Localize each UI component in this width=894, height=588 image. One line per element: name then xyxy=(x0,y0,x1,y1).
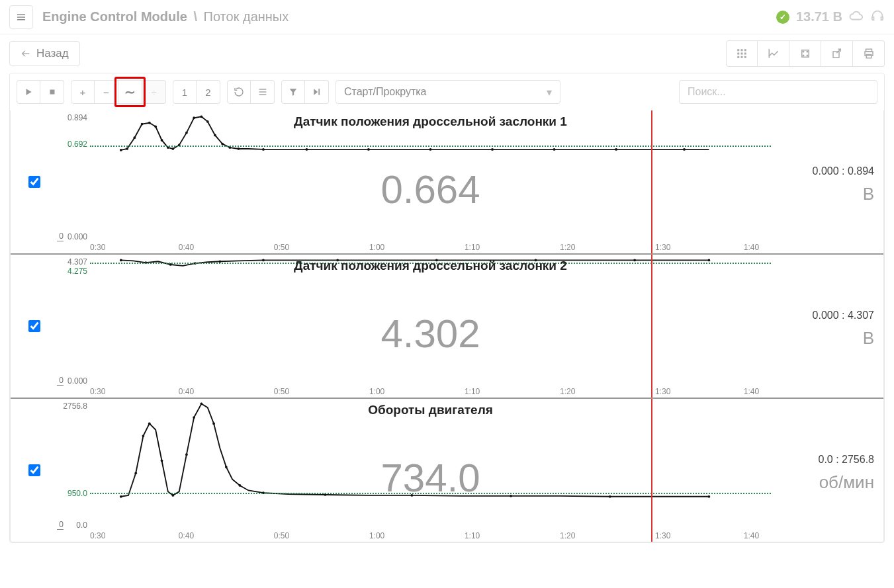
view-grid-button[interactable] xyxy=(726,40,758,67)
x-tick: 0:50 xyxy=(274,243,289,252)
svg-rect-11 xyxy=(741,56,743,58)
view-frame-button[interactable] xyxy=(789,40,821,67)
svg-point-40 xyxy=(185,132,188,134)
page-2-button[interactable]: 2 xyxy=(197,80,220,104)
svg-point-51 xyxy=(429,148,432,151)
svg-point-72 xyxy=(171,494,174,497)
page-1-button[interactable]: 1 xyxy=(173,80,197,104)
print-button[interactable] xyxy=(853,40,885,67)
chart-big-value: 734.0 xyxy=(380,454,480,500)
svg-point-70 xyxy=(148,423,151,425)
svg-rect-29 xyxy=(318,89,320,95)
svg-point-68 xyxy=(134,472,137,474)
breadcrumb-sep: \ xyxy=(193,9,197,24)
plot[interactable]: Датчик положения дроссельной заслонки 1 … xyxy=(90,110,771,253)
x-tick: 1:20 xyxy=(560,387,575,396)
chart-range: 0.000 : 4.307 xyxy=(813,310,874,321)
x-tick: 1:40 xyxy=(744,243,759,252)
y-zero-tick: 0 xyxy=(57,231,64,241)
chart-checkbox-cell xyxy=(11,255,57,398)
svg-rect-6 xyxy=(744,49,746,51)
svg-point-31 xyxy=(126,147,128,150)
chart-unit: В xyxy=(863,184,874,204)
chart-checkbox[interactable] xyxy=(28,320,40,332)
breadcrumb-main[interactable]: Engine Control Module xyxy=(42,9,187,24)
topbar-right: 13.71 В xyxy=(776,9,885,26)
chart-big-value: 0.664 xyxy=(380,166,480,212)
x-tick: 1:20 xyxy=(560,243,575,252)
x-tick: 1:10 xyxy=(465,243,480,252)
view-chart-button[interactable] xyxy=(758,40,789,67)
back-button[interactable]: Назад xyxy=(9,41,80,66)
chart-checkbox-cell xyxy=(11,399,57,542)
search-input[interactable] xyxy=(679,80,877,104)
charts-area: 0.894 0.692 0.000 0 Датчик положения дро… xyxy=(10,110,884,542)
svg-point-71 xyxy=(161,460,163,462)
chart-range: 0.000 : 0.894 xyxy=(813,165,874,177)
export-button[interactable] xyxy=(821,40,853,67)
plot[interactable]: Датчик положения дроссельной заслонки 2 … xyxy=(90,255,771,398)
support-icon[interactable] xyxy=(870,9,885,26)
svg-point-47 xyxy=(238,147,240,150)
play-icon xyxy=(24,87,33,97)
chart-checkbox-cell xyxy=(11,110,57,253)
tilde-icon: ∼ xyxy=(124,84,136,100)
svg-point-82 xyxy=(510,495,512,497)
export-icon xyxy=(831,48,843,60)
chart-title: Датчик положения дроссельной заслонки 2 xyxy=(90,259,771,273)
svg-point-15 xyxy=(807,51,808,52)
x-axis: 0:30 0:40 0:50 1:00 1:10 1:20 1:30 1:40 xyxy=(90,386,771,398)
play-button[interactable] xyxy=(17,80,40,104)
waveform-button[interactable]: ∼ xyxy=(118,80,142,104)
cursor-line[interactable] xyxy=(651,110,652,253)
x-axis: 0:30 0:40 0:50 1:00 1:10 1:20 1:30 1:40 xyxy=(90,530,771,542)
battery-voltage: 13.71 В xyxy=(796,9,842,24)
svg-point-14 xyxy=(803,51,804,52)
svg-point-49 xyxy=(306,148,308,151)
refresh-button[interactable] xyxy=(227,80,251,104)
mode-select[interactable]: Старт/Прокрутка ▾ xyxy=(335,80,560,104)
chart-checkbox[interactable] xyxy=(28,176,40,188)
arrow-left-icon xyxy=(21,48,31,59)
y-axis: 4.307 4.275 0.000 0 xyxy=(57,255,90,398)
svg-point-36 xyxy=(161,139,163,142)
x-tick: 1:00 xyxy=(369,387,384,396)
svg-rect-18 xyxy=(833,52,839,58)
chart-checkbox[interactable] xyxy=(28,464,40,476)
stop-button[interactable] xyxy=(40,80,64,104)
plot[interactable]: Обороты двигателя 734.0 0:30 0:40 0:50 1… xyxy=(90,399,771,542)
svg-marker-28 xyxy=(314,89,318,95)
divide-button: ÷ xyxy=(142,80,166,104)
svg-marker-22 xyxy=(26,89,32,95)
list-button[interactable] xyxy=(251,80,275,104)
y-ref: 4.275 xyxy=(67,267,87,276)
y-min: 0.000 xyxy=(67,376,87,386)
cloud-icon[interactable] xyxy=(849,9,864,26)
skip-button[interactable] xyxy=(305,80,329,104)
x-tick: 1:10 xyxy=(465,531,480,540)
secondbar: Назад xyxy=(0,34,894,73)
cursor-line[interactable] xyxy=(651,399,652,542)
x-tick: 0:30 xyxy=(90,243,105,252)
svg-point-69 xyxy=(142,435,145,437)
y-max: 4.307 xyxy=(67,257,87,267)
x-tick: 1:10 xyxy=(465,387,480,396)
cursor-line[interactable] xyxy=(651,255,652,398)
svg-rect-7 xyxy=(737,53,739,55)
svg-point-77 xyxy=(225,466,228,468)
breadcrumb-sub[interactable]: Поток данных xyxy=(204,9,289,24)
filter-button[interactable] xyxy=(281,80,305,104)
svg-point-84 xyxy=(708,495,711,498)
status-ok-icon xyxy=(776,11,789,24)
remove-button[interactable]: − xyxy=(95,80,118,104)
menu-button[interactable] xyxy=(9,5,33,29)
svg-point-54 xyxy=(615,148,617,151)
refresh-icon xyxy=(234,87,244,97)
chart-title: Датчик положения дроссельной заслонки 1 xyxy=(90,114,771,129)
minus-icon: − xyxy=(103,87,109,98)
svg-point-32 xyxy=(133,136,136,139)
back-label: Назад xyxy=(36,47,69,60)
chart-info: 0.000 : 4.307 В xyxy=(771,255,883,398)
add-button[interactable]: + xyxy=(71,80,95,104)
y-zero-tick: 0 xyxy=(57,376,64,386)
